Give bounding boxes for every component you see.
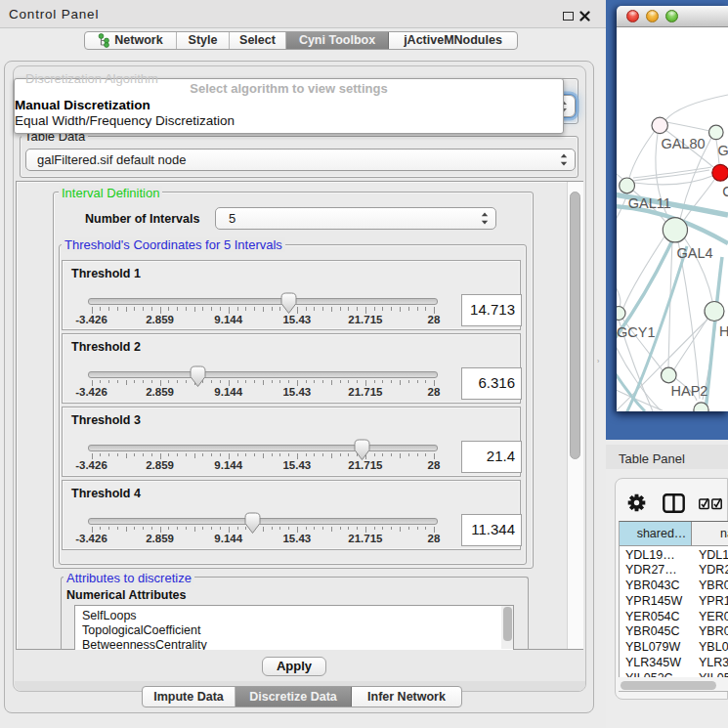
- svg-text:HAP2: HAP2: [671, 383, 708, 399]
- svg-text:GAL11: GAL11: [628, 195, 671, 211]
- svg-text:GAL4: GAL4: [677, 245, 713, 261]
- svg-text:GA: GA: [718, 143, 728, 158]
- svg-text:GCY1: GCY1: [617, 324, 656, 340]
- svg-text:CR: CR: [722, 184, 728, 199]
- svg-text:HA: HA: [719, 323, 728, 339]
- svg-text:GAL80: GAL80: [661, 136, 705, 151]
